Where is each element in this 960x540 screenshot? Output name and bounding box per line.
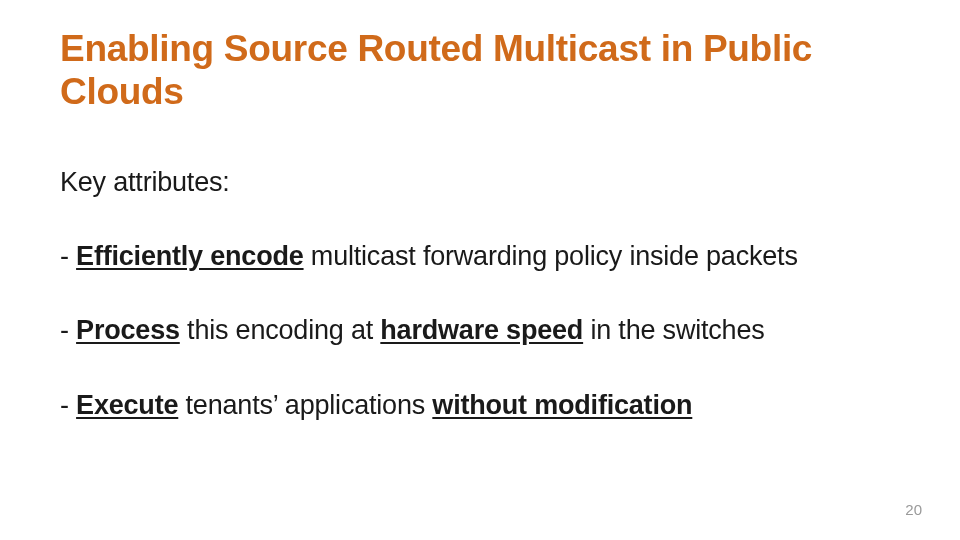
bullet-strong2: hardware speed [380, 315, 583, 345]
bullet-prefix: - [60, 390, 76, 420]
bullet-mid: this encoding at [180, 315, 381, 345]
bullet-3: - Execute tenants’ applications without … [60, 389, 900, 421]
page-number: 20 [905, 501, 922, 518]
bullet-mid: multicast forwarding policy inside packe… [304, 241, 798, 271]
bullet-strong: Execute [76, 390, 178, 420]
bullet-strong: Efficiently encode [76, 241, 303, 271]
bullet-mid: tenants’ applications [178, 390, 432, 420]
bullet-1: - Efficiently encode multicast forwardin… [60, 240, 900, 272]
bullet-strong2: without modification [432, 390, 692, 420]
slide: Enabling Source Routed Multicast in Publ… [0, 0, 960, 540]
bullet-strong: Process [76, 315, 180, 345]
bullet-2: - Process this encoding at hardware spee… [60, 314, 900, 346]
lead-text: Key attributes: [60, 167, 900, 198]
bullet-prefix: - [60, 315, 76, 345]
slide-title: Enabling Source Routed Multicast in Publ… [60, 28, 900, 113]
bullet-tail: in the switches [583, 315, 764, 345]
bullet-prefix: - [60, 241, 76, 271]
